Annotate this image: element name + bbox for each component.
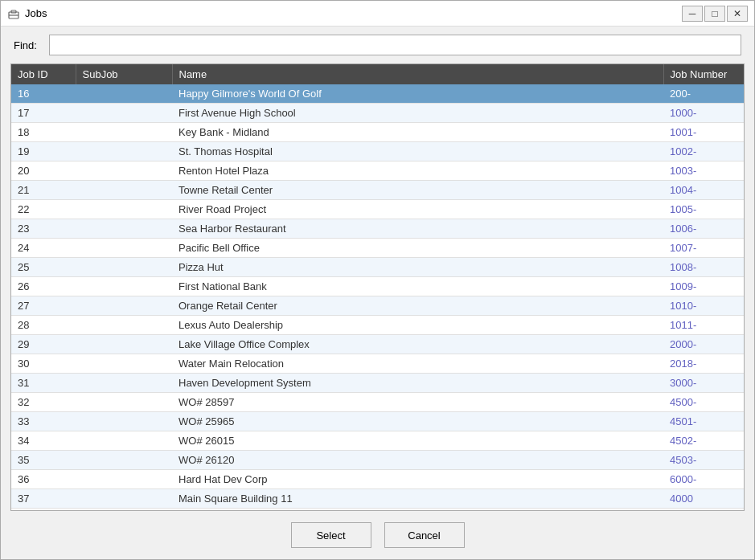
cell-jobnumber: 6000- [663,470,744,489]
cell-jobnumber: 4500- [663,393,744,412]
select-button[interactable]: Select [291,522,371,548]
cell-jobid: 27 [11,296,76,316]
cell-subjob [76,181,172,200]
cancel-button[interactable]: Cancel [384,522,465,548]
table-row[interactable]: 16Happy Gilmore's World Of Golf200- [11,84,744,104]
cell-subjob [76,412,172,431]
minimize-button[interactable]: ─ [682,6,703,22]
cell-jobid: 32 [11,393,76,412]
find-label: Find: [14,39,43,51]
cell-jobnumber: 1011- [663,316,744,335]
cell-jobid: 22 [11,200,76,219]
cell-subjob [76,239,172,258]
title-bar-left: Jobs [7,7,47,20]
cell-jobid: 37 [11,489,76,509]
table-row[interactable]: 32WO# 285974500- [11,393,744,412]
cell-name: Happy Gilmore's World Of Golf [172,84,663,104]
find-bar: Find: [1,27,754,63]
cell-jobnumber: 1004- [663,181,744,200]
close-button[interactable]: ✕ [727,6,748,22]
cell-name: Key Bank - Midland [172,123,663,142]
cell-subjob [76,219,172,239]
table-row[interactable]: 29Lake Village Office Complex2000- [11,335,744,354]
cell-jobid: 34 [11,431,76,451]
cell-jobnumber: 4502- [663,431,744,451]
cell-jobid: 30 [11,354,76,374]
cell-jobnumber: 1000- [663,104,744,123]
cell-jobnumber: 4000 [663,489,744,509]
cell-name: Lexus Auto Dealership [172,316,663,335]
cell-jobid: 26 [11,277,76,296]
jobs-table-container[interactable]: Job ID SubJob Name Job Number 16Happy Gi… [10,63,745,511]
col-header-jobid: Job ID [11,64,76,84]
maximize-button[interactable]: □ [704,6,725,22]
cell-name: Lake Village Office Complex [172,335,663,354]
table-row[interactable]: 30Water Main Relocation2018- [11,354,744,374]
cell-subjob [76,161,172,181]
table-row[interactable]: 28Lexus Auto Dealership1011- [11,316,744,335]
table-row[interactable]: 22River Road Project1005- [11,200,744,219]
table-row[interactable]: 35WO# 261204503- [11,451,744,470]
table-body: 16Happy Gilmore's World Of Golf200-17Fir… [11,84,744,509]
cell-subjob [76,123,172,142]
cell-jobid: 23 [11,219,76,239]
cell-jobid: 16 [11,84,76,104]
cell-jobnumber: 1001- [663,123,744,142]
jobs-window: Jobs ─ □ ✕ Find: Job ID SubJob Name Job … [0,0,755,560]
cell-jobid: 35 [11,451,76,470]
table-row[interactable]: 26First National Bank1009- [11,277,744,296]
cell-subjob [76,142,172,161]
jobs-table: Job ID SubJob Name Job Number 16Happy Gi… [11,64,744,509]
cell-name: Sea Harbor Restaurant [172,219,663,239]
cell-jobnumber: 1007- [663,239,744,258]
cell-name: Pacific Bell Office [172,239,663,258]
col-header-jobnumber: Job Number [663,64,744,84]
table-row[interactable]: 24Pacific Bell Office1007- [11,239,744,258]
cell-name: WO# 28597 [172,393,663,412]
table-row[interactable]: 20Renton Hotel Plaza1003- [11,161,744,181]
cell-name: St. Thomas Hospital [172,142,663,161]
cell-jobnumber: 3000- [663,374,744,393]
cell-subjob [76,258,172,277]
find-input[interactable] [49,35,741,55]
cell-subjob [76,489,172,509]
cell-subjob [76,104,172,123]
briefcase-icon [7,7,20,20]
table-row[interactable]: 34WO# 260154502- [11,431,744,451]
cell-jobid: 18 [11,123,76,142]
cell-subjob [76,354,172,374]
cell-name: Renton Hotel Plaza [172,161,663,181]
cell-subjob [76,84,172,104]
cell-jobid: 21 [11,181,76,200]
table-row[interactable]: 27Orange Retail Center1010- [11,296,744,316]
table-row[interactable]: 36Hard Hat Dev Corp6000- [11,470,744,489]
cell-jobnumber: 1006- [663,219,744,239]
cell-jobid: 29 [11,335,76,354]
col-header-name: Name [172,64,663,84]
table-row[interactable]: 33WO# 259654501- [11,412,744,431]
table-row[interactable]: 37Main Square Building 114000 [11,489,744,509]
window-title: Jobs [25,7,47,19]
table-row[interactable]: 31Haven Development System3000- [11,374,744,393]
cell-name: WO# 26015 [172,431,663,451]
table-row[interactable]: 17First Avenue High School1000- [11,104,744,123]
table-row[interactable]: 23Sea Harbor Restaurant1006- [11,219,744,239]
cell-jobnumber: 1005- [663,200,744,219]
cell-jobnumber: 2000- [663,335,744,354]
cell-name: Orange Retail Center [172,296,663,316]
cell-jobid: 19 [11,142,76,161]
cell-name: Towne Retail Center [172,181,663,200]
table-row[interactable]: 25Pizza Hut1008- [11,258,744,277]
table-row[interactable]: 18Key Bank - Midland1001- [11,123,744,142]
cell-name: First Avenue High School [172,104,663,123]
cell-subjob [76,296,172,316]
col-header-subjob: SubJob [76,64,172,84]
table-row[interactable]: 19St. Thomas Hospital1002- [11,142,744,161]
cell-jobid: 25 [11,258,76,277]
cell-subjob [76,200,172,219]
cell-name: Main Square Building 11 [172,489,663,509]
table-row[interactable]: 21Towne Retail Center1004- [11,181,744,200]
cell-name: WO# 26120 [172,451,663,470]
title-buttons: ─ □ ✕ [682,6,748,22]
cell-name: WO# 25965 [172,412,663,431]
